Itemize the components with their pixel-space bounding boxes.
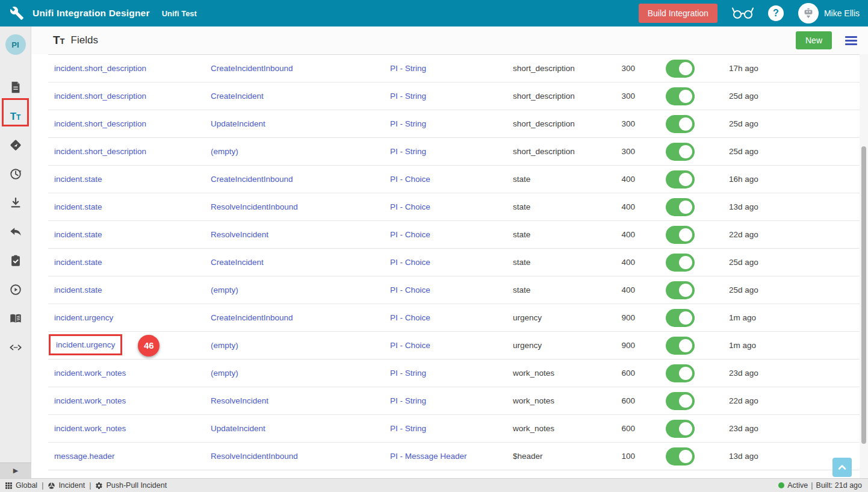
enabled-toggle[interactable] [666, 281, 695, 299]
user-menu[interactable]: Mike Ellis [798, 3, 860, 23]
sidebar-item-documentation[interactable] [0, 304, 31, 333]
enabled-toggle[interactable] [666, 337, 695, 355]
type-cell: PI - String [390, 369, 513, 378]
integration-avatar[interactable]: PI [5, 34, 26, 55]
type-link[interactable]: PI - String [390, 64, 426, 73]
type-link[interactable]: PI - Choice [390, 313, 430, 322]
enabled-toggle[interactable] [666, 226, 695, 244]
sidebar-item-import[interactable] [0, 188, 31, 217]
toggle-knob [679, 145, 692, 158]
enabled-toggle[interactable] [666, 420, 695, 438]
vertical-scrollbar[interactable] [860, 54, 868, 479]
message-link[interactable]: CreateIncidentInbound [211, 313, 293, 322]
message-link[interactable]: ResolveIncidentInbound [211, 202, 298, 211]
sidebar-item-scripts[interactable] [0, 333, 31, 362]
field-cell: incident.state [54, 258, 211, 267]
type-link[interactable]: PI - Choice [390, 285, 430, 294]
message-link[interactable]: (empty) [211, 369, 238, 378]
type-link[interactable]: PI - Choice [390, 230, 430, 239]
enabled-toggle[interactable] [666, 198, 695, 216]
type-link[interactable]: PI - String [390, 119, 426, 128]
list-menu-icon[interactable] [845, 36, 857, 45]
message-link[interactable]: CreateIncident [211, 258, 264, 267]
type-cell: PI - String [390, 64, 513, 73]
type-link[interactable]: PI - Choice [390, 341, 430, 350]
type-link[interactable]: PI - Choice [390, 202, 430, 211]
field-link[interactable]: incident.state [54, 230, 102, 239]
sidebar-item-fields[interactable]: TT [0, 102, 31, 131]
enabled-toggle[interactable] [666, 392, 695, 410]
sidebar-expand-button[interactable]: ▶ [0, 462, 31, 478]
field-link[interactable]: incident.state [54, 175, 102, 184]
help-icon[interactable]: ? [768, 5, 784, 21]
message-link[interactable]: (empty) [211, 341, 238, 350]
type-link[interactable]: PI - String [390, 147, 426, 156]
table-row: incident.short_descriptionCreateIncident… [48, 83, 860, 110]
message-link[interactable]: (empty) [211, 147, 238, 156]
sidebar-item-tasks[interactable] [0, 246, 31, 275]
message-link[interactable]: ResolveIncident [211, 396, 268, 405]
enabled-toggle[interactable] [666, 364, 695, 382]
enabled-toggle[interactable] [666, 115, 695, 133]
preview-glasses-icon[interactable] [732, 7, 754, 20]
download-icon [9, 196, 22, 210]
active-status-label: Active [787, 481, 808, 490]
enabled-toggle[interactable] [666, 87, 695, 105]
updated-cell: 25d ago [725, 285, 860, 294]
table-row: incident.stateResolveIncidentInboundPI -… [48, 193, 860, 221]
gear-icon [95, 482, 103, 490]
enabled-toggle[interactable] [666, 143, 695, 161]
enabled-toggle[interactable] [666, 447, 695, 466]
type-link[interactable]: PI - String [390, 424, 426, 433]
field-link[interactable]: incident.urgency [54, 313, 113, 322]
enabled-toggle[interactable] [666, 254, 695, 272]
scrollbar-thumb[interactable] [861, 146, 866, 444]
type-link[interactable]: PI - Choice [390, 175, 430, 184]
field-link[interactable]: incident.short_description [54, 92, 146, 101]
statusbar-scope[interactable]: Global [5, 481, 37, 490]
scroll-to-top-button[interactable] [832, 458, 852, 477]
type-link[interactable]: PI - String [390, 369, 426, 378]
message-link[interactable]: (empty) [211, 285, 238, 294]
type-link[interactable]: PI - String [390, 92, 426, 101]
message-link[interactable]: CreateIncident [211, 92, 264, 101]
enabled-toggle[interactable] [666, 170, 695, 188]
toggle-cell [635, 198, 725, 216]
field-link[interactable]: incident.urgency [56, 340, 115, 349]
toggle-knob [679, 256, 692, 269]
sidebar-item-run[interactable] [0, 275, 31, 304]
field-link[interactable]: incident.short_description [54, 119, 146, 128]
integration-name[interactable]: Unifi Test [162, 9, 197, 18]
message-link[interactable]: CreateIncidentInbound [211, 64, 293, 73]
message-link[interactable]: CreateIncidentInbound [211, 175, 293, 184]
field-link[interactable]: incident.work_notes [54, 396, 126, 405]
statusbar-target[interactable]: Incident [48, 481, 85, 490]
updated-cell: 22d ago [725, 230, 860, 239]
message-cell: (empty) [211, 369, 390, 378]
field-link[interactable]: message.header [54, 452, 115, 461]
field-link[interactable]: incident.state [54, 258, 102, 267]
new-button[interactable]: New [796, 31, 832, 49]
message-link[interactable]: UpdateIncident [211, 424, 265, 433]
message-link[interactable]: ResolveIncident [211, 230, 268, 239]
type-link[interactable]: PI - String [390, 396, 426, 405]
build-integration-button[interactable]: Build Integration [639, 4, 718, 23]
sidebar-item-responses[interactable] [0, 217, 31, 246]
enabled-toggle[interactable] [666, 60, 695, 78]
sidebar-item-history[interactable] [0, 160, 31, 188]
field-link[interactable]: incident.short_description [54, 147, 146, 156]
field-link[interactable]: incident.state [54, 285, 102, 294]
type-link[interactable]: PI - Message Header [390, 452, 467, 461]
field-link[interactable]: incident.work_notes [54, 424, 126, 433]
field-link[interactable]: incident.state [54, 202, 102, 211]
message-link[interactable]: UpdateIncident [211, 119, 265, 128]
message-link[interactable]: ResolveIncidentInbound [211, 452, 298, 461]
enabled-toggle[interactable] [666, 309, 695, 327]
message-cell: CreateIncident [211, 258, 390, 267]
type-link[interactable]: PI - Choice [390, 258, 430, 267]
sidebar-item-messages[interactable] [0, 131, 31, 160]
field-link[interactable]: incident.work_notes [54, 369, 126, 378]
sidebar-item-documents[interactable] [0, 73, 31, 102]
statusbar-integration[interactable]: Push-Pull Incident [95, 481, 167, 490]
field-link[interactable]: incident.short_description [54, 64, 146, 73]
